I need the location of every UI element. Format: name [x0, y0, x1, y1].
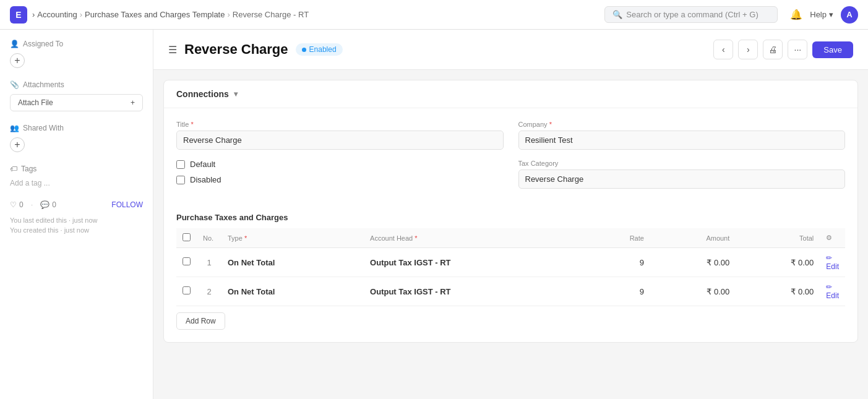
checkboxes-group: Default Disabled — [176, 160, 504, 191]
topnav-right: 🔔 Help ▾ A — [790, 6, 858, 24]
like-item[interactable]: ♡ 0 — [10, 200, 24, 209]
th-gear[interactable]: ⚙ — [820, 228, 845, 248]
assigned-to-label: 👤 Assigned To — [10, 40, 143, 48]
plus-icon: + — [131, 98, 135, 107]
th-rate: Rate — [587, 228, 650, 248]
disabled-checkbox-row: Disabled — [176, 175, 504, 184]
breadcrumb-current: Reverse Charge - RT — [233, 10, 309, 19]
activity-row: ♡ 0 · 💬 0 FOLLOW — [10, 200, 143, 209]
tax-category-input[interactable] — [518, 169, 846, 189]
notification-bell-icon[interactable]: 🔔 — [790, 9, 802, 20]
paperclip-icon: 📎 — [10, 80, 19, 89]
row-checkbox-0[interactable] — [183, 257, 191, 265]
purchase-taxes-table: No. Type * Account Head * Rate Amount To… — [176, 228, 845, 306]
th-amount: Amount — [650, 228, 736, 248]
print-button[interactable]: 🖨 — [763, 40, 783, 59]
heart-icon: ♡ — [10, 200, 17, 209]
breadcrumb-sep0: › — [32, 10, 35, 19]
status-badge: Enabled — [296, 43, 343, 56]
attach-label: Attach File — [18, 98, 53, 107]
add-shared-button[interactable]: + — [10, 137, 25, 152]
shared-with-label: 👥 Shared With — [10, 124, 143, 132]
comment-count: 0 — [52, 200, 56, 209]
form-card: Connections ▾ Title * — [163, 80, 858, 343]
sidebar-footer: ♡ 0 · 💬 0 FOLLOW You last edited this · … — [10, 200, 143, 234]
cell-rate-1: 9 — [587, 277, 650, 306]
search-placeholder: Search or type a command (Ctrl + G) — [626, 10, 758, 19]
cell-total-1: ₹ 0.00 — [736, 277, 820, 306]
sidebar: 👤 Assigned To + 📎 Attachments Attach Fil… — [0, 30, 153, 399]
add-row-button[interactable]: Add Row — [176, 312, 225, 330]
form-body: Title * Company * — [164, 108, 857, 213]
attach-file-button[interactable]: Attach File + — [10, 94, 143, 111]
status-dot-icon — [302, 48, 306, 52]
search-bar[interactable]: 🔍 Search or type a command (Ctrl + G) — [604, 6, 778, 23]
avatar[interactable]: A — [841, 6, 858, 24]
select-all-checkbox[interactable] — [183, 233, 191, 241]
table-section: Purchase Taxes and Charges No. Type * Ac… — [164, 213, 857, 342]
cell-amount-0: ₹ 0.00 — [650, 248, 736, 277]
title-label: Title * — [176, 121, 504, 128]
cell-edit-0: ✏ Edit — [820, 248, 845, 277]
add-assigned-button[interactable]: + — [10, 53, 25, 68]
prev-button[interactable]: ‹ — [713, 40, 733, 59]
help-label: Help — [810, 10, 827, 19]
shared-with-section: 👥 Shared With + — [10, 124, 143, 152]
header-actions: ‹ › 🖨 ··· Save — [713, 40, 853, 59]
cell-edit-1: ✏ Edit — [820, 277, 845, 306]
page-title: Reverse Charge — [184, 41, 288, 58]
table-section-title: Purchase Taxes and Charges — [176, 213, 845, 222]
next-button[interactable]: › — [738, 40, 758, 59]
form-row-2: Default Disabled Tax Category — [176, 160, 845, 191]
cell-total-0: ₹ 0.00 — [736, 248, 820, 277]
tax-category-group: Tax Category — [518, 160, 846, 191]
table-row: 2 On Net Total Output Tax IGST - RT 9 ₹ … — [176, 277, 845, 306]
edit-button-1[interactable]: ✏ Edit — [826, 283, 839, 300]
comment-item[interactable]: 💬 0 — [40, 200, 56, 209]
cell-account-0: Output Tax IGST - RT — [364, 248, 587, 277]
person-icon: 👤 — [10, 40, 19, 48]
company-label: Company * — [518, 121, 846, 128]
company-group: Company * — [518, 121, 846, 150]
th-checkbox — [176, 228, 197, 248]
title-group: Title * — [176, 121, 504, 150]
cell-rate-0: 9 — [587, 248, 650, 277]
cell-no-1: 2 — [197, 277, 221, 306]
table-header-row: No. Type * Account Head * Rate Amount To… — [176, 228, 845, 248]
save-button[interactable]: Save — [812, 41, 853, 58]
last-edited-text: You last edited this · just now — [10, 217, 143, 224]
app-logo[interactable]: E — [10, 6, 27, 24]
help-chevron-icon: ▾ — [829, 10, 833, 19]
form-row-1: Title * Company * — [176, 121, 845, 150]
connections-chevron-icon: ▾ — [234, 90, 238, 98]
help-button[interactable]: Help ▾ — [810, 10, 833, 19]
page-header: ☰ Reverse Charge Enabled ‹ › 🖨 ··· Save — [153, 30, 868, 70]
status-label: Enabled — [309, 45, 337, 54]
tag-icon: 🏷 — [10, 165, 17, 173]
disabled-label: Disabled — [190, 175, 221, 184]
add-tag-text[interactable]: Add a tag ... — [10, 179, 50, 187]
tax-category-label: Tax Category — [518, 160, 846, 167]
more-options-button[interactable]: ··· — [788, 40, 807, 59]
topnav: E › Accounting › Purchase Taxes and Char… — [0, 0, 868, 30]
company-input[interactable] — [518, 131, 846, 150]
th-no: No. — [197, 228, 221, 248]
default-label: Default — [190, 160, 215, 169]
edit-button-0[interactable]: ✏ Edit — [826, 254, 839, 271]
title-input[interactable] — [176, 131, 504, 150]
follow-button[interactable]: FOLLOW — [111, 200, 143, 209]
cell-no-0: 1 — [197, 248, 221, 277]
row-checkbox-1[interactable] — [183, 286, 191, 294]
default-checkbox[interactable] — [176, 160, 185, 169]
disabled-checkbox[interactable] — [176, 176, 185, 184]
tags-section: 🏷 Tags Add a tag ... — [10, 165, 143, 187]
hamburger-icon[interactable]: ☰ — [168, 44, 177, 56]
th-total: Total — [736, 228, 820, 248]
breadcrumb-purchase-taxes[interactable]: Purchase Taxes and Charges Template — [85, 10, 225, 19]
cell-type-0: On Net Total — [221, 248, 364, 277]
breadcrumb-accounting[interactable]: Accounting — [37, 10, 77, 19]
connections-header[interactable]: Connections ▾ — [164, 80, 857, 108]
like-count: 0 — [19, 200, 24, 209]
assigned-to-section: 👤 Assigned To + — [10, 40, 143, 68]
th-type: Type * — [221, 228, 364, 248]
